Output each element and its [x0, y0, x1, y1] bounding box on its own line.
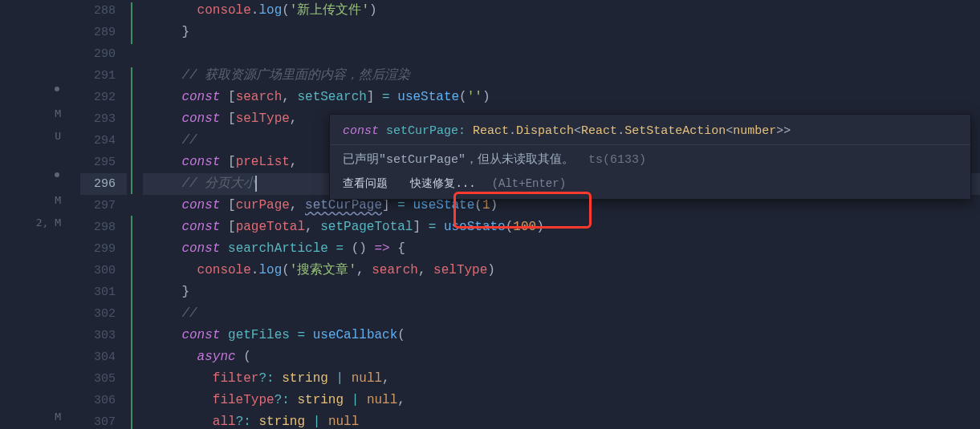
line-number[interactable]: 289 — [80, 22, 127, 43]
quick-fix-link[interactable]: 快速修复... — [410, 177, 475, 190]
hover-msg-prefix: 已声明" — [343, 153, 386, 167]
line-number[interactable]: 292 — [80, 87, 127, 108]
line-number[interactable]: 291 — [80, 65, 127, 87]
line-number[interactable]: 297 — [80, 195, 127, 217]
line-number[interactable]: 298 — [80, 217, 127, 238]
line-number[interactable]: 293 — [80, 108, 127, 130]
line-number[interactable]: 296 — [80, 173, 127, 195]
gutter-status-mark: M — [0, 107, 71, 119]
code-line[interactable] — [143, 43, 980, 65]
gutter-status-mark: U — [0, 130, 71, 142]
hover-msg-var: setCurPage — [386, 153, 458, 167]
code-line[interactable]: const [search, setSearch] = useState('') — [143, 87, 980, 108]
line-number[interactable]: 304 — [80, 346, 127, 368]
line-number[interactable]: 288 — [80, 0, 127, 22]
hover-actions: 查看问题 快速修复...(Alt+Enter) — [330, 170, 970, 192]
fold-bar — [127, 0, 143, 429]
code-line[interactable]: const searchArticle = () => { — [143, 238, 980, 260]
gutter-marks: MUM2, MM — [0, 0, 72, 429]
line-number[interactable]: 306 — [80, 390, 127, 411]
line-number[interactable]: 300 — [80, 260, 127, 281]
line-number[interactable]: 299 — [80, 238, 127, 260]
hover-signature: const setCurPage: React.Dispatch<React.S… — [330, 121, 970, 144]
line-number-gutter: 2882892902912922932942952962972982993003… — [80, 0, 127, 429]
code-line[interactable]: filter?: string | null, — [143, 368, 980, 390]
code-line[interactable]: // 获取资源广场里面的内容，然后渲染 — [143, 65, 980, 87]
code-line[interactable]: console.log('搜索文章', search, selType) — [143, 260, 980, 281]
code-line[interactable]: console.log('新上传文件') — [143, 0, 980, 22]
code-line[interactable]: async ( — [143, 346, 980, 368]
line-number[interactable]: 305 — [80, 368, 127, 390]
line-number[interactable]: 307 — [80, 411, 127, 429]
view-problem-link[interactable]: 查看问题 — [343, 177, 388, 190]
code-line[interactable]: } — [143, 22, 980, 43]
line-number[interactable]: 290 — [80, 43, 127, 65]
code-line[interactable]: } — [143, 281, 980, 303]
line-number[interactable]: 301 — [80, 281, 127, 303]
fold-indicator[interactable] — [131, 67, 132, 194]
fold-indicator[interactable] — [131, 2, 132, 44]
line-number[interactable]: 295 — [80, 152, 127, 173]
gutter-status-mark: 2, M — [0, 217, 71, 229]
line-number[interactable]: 294 — [80, 130, 127, 152]
code-editor[interactable]: console.log('新上传文件') } // 获取资源广场里面的内容，然后… — [143, 0, 980, 429]
gutter-status-mark: M — [0, 194, 71, 206]
gutter-dot — [55, 172, 59, 177]
hover-message: 已声明"setCurPage"，但从未读取其值。 ts(6133) — [330, 144, 970, 170]
code-line[interactable]: fileType?: string | null, — [143, 390, 980, 411]
hover-tscode: ts(6133) — [588, 153, 646, 167]
quick-fix-kbd: (Alt+Enter) — [492, 177, 566, 190]
hover-tooltip: const setCurPage: React.Dispatch<React.S… — [329, 114, 971, 200]
code-line[interactable]: const getFiles = useCallback( — [143, 325, 980, 346]
code-line[interactable]: // — [143, 303, 980, 325]
code-line[interactable]: all?: string | null — [143, 411, 980, 429]
hover-msg-suffix: "，但从未读取其值。 — [458, 153, 574, 167]
gutter-dot — [55, 87, 59, 91]
fold-indicator[interactable] — [131, 216, 132, 429]
line-number[interactable]: 302 — [80, 303, 127, 325]
code-line[interactable]: const [pageTotal, setPageTotal] = useSta… — [143, 217, 980, 238]
gutter-status-mark: M — [0, 411, 71, 423]
line-number[interactable]: 303 — [80, 325, 127, 346]
